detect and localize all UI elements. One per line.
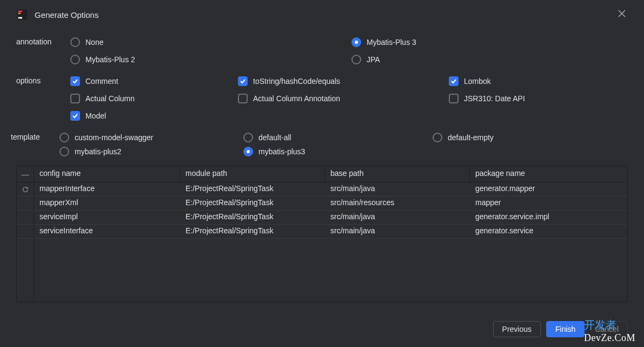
check-comment[interactable]: Comment (70, 75, 118, 88)
table-cell: generator.mapper (470, 182, 627, 196)
check-model[interactable]: Model (70, 109, 106, 122)
check-jsr310[interactable]: JSR310: Date API (449, 92, 525, 105)
table-row[interactable]: mapperInterfaceE:/ProjectReal/SpringTask… (34, 182, 627, 197)
title-bar: Generate Options (16, 9, 628, 21)
table-row[interactable]: mapperXmlE:/ProjectReal/SpringTasksrc/ma… (34, 197, 627, 211)
table-gutter: — (17, 166, 34, 302)
radio-icon (59, 133, 69, 142)
radio-annotation-mp3[interactable]: Mybatis-Plus 3 (351, 36, 416, 49)
table-cell: serviceImpl (34, 211, 180, 224)
radio-label: JPA (367, 55, 380, 64)
check-tostring[interactable]: toString/hashCode/equals (238, 75, 340, 88)
gutter-cell (17, 197, 34, 211)
dialog-title: Generate Options (35, 10, 98, 19)
th-base-path[interactable]: base path (325, 166, 470, 182)
table-cell: mapperInterface (34, 182, 180, 196)
checkbox-icon (238, 94, 248, 103)
table-cell: src/main/resources (325, 197, 470, 210)
table-cell: src/main/java (325, 225, 470, 238)
generate-options-dialog: Generate Options annotation None Mybatis… (0, 0, 644, 347)
check-label: Actual Column (85, 94, 135, 103)
check-actual-column-anno[interactable]: Actual Column Annotation (238, 92, 340, 105)
radio-label: Mybatis-Plus 3 (367, 38, 416, 47)
table-cell: src/main/java (325, 182, 470, 196)
radio-icon (70, 37, 80, 47)
dialog-footer: Previous Finish Cancel (493, 321, 628, 337)
checkbox-icon (70, 111, 80, 121)
cancel-button[interactable]: Cancel (586, 321, 628, 337)
th-config-name[interactable]: config name (34, 166, 180, 182)
table-cell: E:/ProjectReal/SpringTask (180, 225, 325, 238)
close-icon[interactable] (618, 10, 628, 19)
annotation-row: annotation None Mybatis-Plus 3 (16, 36, 628, 70)
radio-icon (351, 55, 361, 64)
table-cell: serviceInterface (34, 225, 180, 238)
previous-button[interactable]: Previous (493, 321, 541, 337)
checkbox-icon (70, 76, 80, 86)
svg-rect-1 (18, 11, 22, 12)
checkbox-icon (238, 76, 248, 86)
annotation-label: annotation (16, 36, 70, 46)
table-row[interactable]: serviceImplE:/ProjectReal/SpringTasksrc/… (34, 211, 627, 225)
table-header: config name module path base path packag… (34, 166, 627, 182)
radio-icon (243, 147, 253, 156)
check-label: Model (85, 112, 106, 120)
radio-template-mp2[interactable]: mybatis-plus2 (59, 145, 121, 158)
radio-label: default-all (258, 133, 291, 142)
template-label: template (11, 131, 59, 141)
radio-label: default-empty (448, 133, 494, 142)
template-row: template custom-model-swagger default-al… (11, 131, 628, 158)
table-body: mapperInterfaceE:/ProjectReal/SpringTask… (34, 182, 627, 239)
radio-label: mybatis-plus2 (75, 147, 121, 156)
checkbox-icon (449, 94, 459, 103)
radio-annotation-mp2[interactable]: Mybatis-Plus 2 (70, 53, 135, 66)
checkbox-icon (449, 76, 459, 86)
radio-label: mybatis-plus3 (258, 147, 305, 156)
radio-icon (351, 37, 361, 47)
th-module-path[interactable]: module path (180, 166, 325, 182)
table-row[interactable]: serviceInterfaceE:/ProjectReal/SpringTas… (34, 225, 627, 239)
gutter-cell (17, 211, 34, 225)
radio-icon (433, 133, 442, 142)
check-lombok[interactable]: Lombok (449, 75, 491, 88)
refresh-icon[interactable] (17, 182, 34, 197)
table-cell: E:/ProjectReal/SpringTask (180, 211, 325, 224)
radio-annotation-jpa[interactable]: JPA (351, 53, 380, 66)
radio-annotation-none[interactable]: None (70, 36, 103, 49)
svg-rect-2 (18, 12, 21, 14)
table-cell: E:/ProjectReal/SpringTask (180, 197, 325, 210)
svg-rect-3 (18, 17, 22, 19)
collapse-icon[interactable]: — (17, 166, 34, 182)
check-label: Comment (85, 77, 118, 86)
table-cell: generator.service.impl (470, 211, 627, 224)
radio-template-custom-swagger[interactable]: custom-model-swagger (59, 131, 154, 144)
gutter-cell (17, 225, 34, 239)
check-actual-column[interactable]: Actual Column (70, 92, 135, 105)
finish-button[interactable]: Finish (546, 321, 585, 337)
options-label: options (16, 75, 70, 85)
radio-label: None (85, 38, 103, 47)
table-cell: mapperXml (34, 197, 180, 210)
radio-template-mp3[interactable]: mybatis-plus3 (243, 145, 305, 158)
radio-icon (70, 55, 80, 64)
radio-label: custom-model-swagger (75, 133, 154, 142)
check-label: JSR310: Date API (464, 94, 525, 103)
table-cell: src/main/java (325, 211, 470, 224)
radio-template-default-all[interactable]: default-all (243, 131, 291, 144)
radio-icon (59, 147, 69, 156)
table-cell: generator.service (470, 225, 627, 238)
check-label: Actual Column Annotation (253, 94, 340, 103)
table-cell: mapper (470, 197, 627, 210)
options-row: options Comment toString/hashCode/equals (16, 75, 628, 127)
radio-label: Mybatis-Plus 2 (85, 55, 135, 64)
table-cell: E:/ProjectReal/SpringTask (180, 182, 325, 196)
intellij-icon (16, 9, 28, 21)
config-table: — config name module path base path pack… (16, 166, 628, 302)
check-label: Lombok (464, 77, 491, 86)
radio-template-default-empty[interactable]: default-empty (433, 131, 494, 144)
th-package-name[interactable]: package name (470, 166, 627, 182)
check-label: toString/hashCode/equals (253, 77, 340, 86)
checkbox-icon (70, 94, 80, 103)
radio-icon (243, 133, 253, 142)
